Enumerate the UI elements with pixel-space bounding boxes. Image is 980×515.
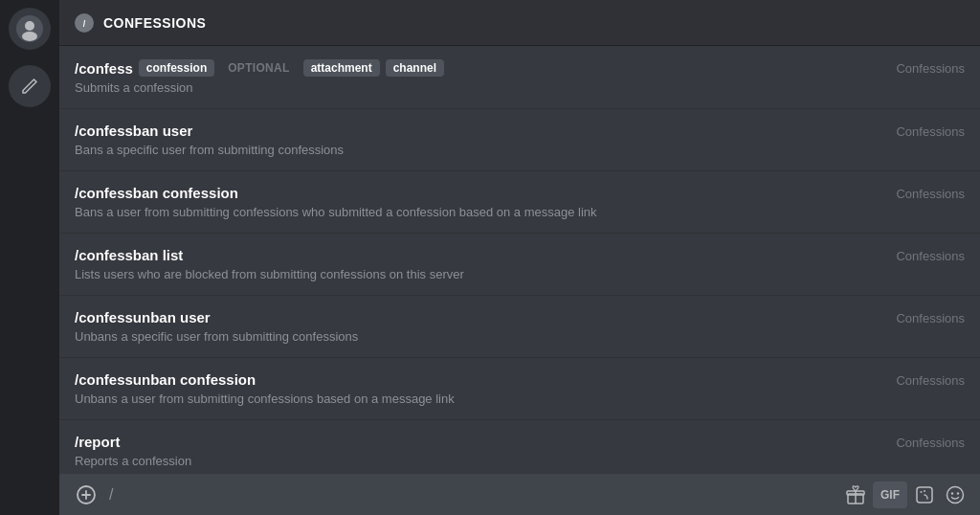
command-name-row: /confessban confession: [75, 185, 880, 201]
bottom-bar: / GIF: [59, 473, 980, 515]
sidebar: [0, 0, 59, 515]
command-left: /confessban listLists users who are bloc…: [75, 247, 880, 281]
command-app: Confessions: [896, 309, 965, 325]
gift-button[interactable]: [842, 481, 869, 508]
svg-point-14: [947, 486, 964, 503]
command-item[interactable]: /confessban confessionBans a user from s…: [59, 171, 980, 234]
command-app: Confessions: [896, 59, 965, 76]
server-avatar[interactable]: [9, 8, 51, 50]
emoji-button[interactable]: [942, 481, 969, 508]
command-left: /confessunban userUnbans a specific user…: [75, 309, 880, 344]
message-input-area[interactable]: /: [109, 486, 835, 504]
svg-point-12: [921, 491, 923, 493]
slash-prefix: /: [109, 486, 113, 504]
command-item[interactable]: /confessunban confessionUnbans a user fr…: [59, 358, 980, 420]
command-tag: attachment: [303, 59, 380, 77]
svg-point-16: [957, 492, 959, 494]
svg-point-15: [951, 492, 953, 494]
add-button[interactable]: [71, 480, 101, 510]
commands-list: /confessconfessionOPTIONALattachmentchan…: [59, 46, 980, 473]
command-name-row: /confessconfessionOPTIONALattachmentchan…: [75, 59, 880, 77]
bot-icon: /: [75, 13, 94, 33]
command-tag: OPTIONAL: [220, 59, 297, 77]
command-tag: channel: [386, 59, 444, 77]
main-content: / CONFESSIONS /confessconfessionOPTIONAL…: [59, 0, 980, 515]
command-left: /reportReports a confession: [75, 434, 880, 468]
command-item[interactable]: /confessban listLists users who are bloc…: [59, 234, 980, 296]
command-app: Confessions: [896, 247, 965, 263]
command-app: Confessions: [896, 123, 965, 139]
command-app: Confessions: [896, 371, 965, 388]
command-tag: confession: [139, 59, 214, 77]
edit-icon-button[interactable]: [9, 65, 51, 107]
command-name-row: /confessban user: [75, 123, 880, 139]
command-item[interactable]: /confessconfessionOPTIONALattachmentchan…: [59, 46, 980, 109]
command-item[interactable]: /confessunban userUnbans a specific user…: [59, 296, 980, 358]
gif-button[interactable]: GIF: [873, 481, 907, 508]
command-name: /confess: [75, 60, 133, 77]
bottom-right-icons: GIF: [842, 481, 969, 508]
header-title: CONFESSIONS: [103, 15, 206, 31]
command-description: Bans a specific user from submitting con…: [75, 143, 880, 157]
command-name: /confessban list: [75, 247, 183, 263]
command-app: Confessions: [896, 185, 965, 201]
command-item[interactable]: /reportReports a confessionConfessions: [59, 420, 980, 473]
command-app: Confessions: [896, 434, 965, 450]
command-name-row: /confessunban confession: [75, 371, 880, 388]
command-name: /confessban user: [75, 123, 192, 139]
command-name: /confessban confession: [75, 185, 238, 201]
svg-point-13: [924, 490, 925, 492]
command-name-row: /confessunban user: [75, 309, 880, 325]
command-description: Lists users who are blocked from submitt…: [75, 267, 880, 281]
command-left: /confessban confessionBans a user from s…: [75, 185, 880, 219]
sticker-button[interactable]: [911, 481, 938, 508]
command-name: /confessunban user: [75, 309, 211, 325]
command-description: Unbans a user from submitting confession…: [75, 392, 880, 406]
svg-point-2: [22, 32, 37, 41]
command-item[interactable]: /confessban userBans a specific user fro…: [59, 109, 980, 171]
command-description: Unbans a specific user from submitting c…: [75, 329, 880, 344]
command-left: /confessunban confessionUnbans a user fr…: [75, 371, 880, 406]
svg-point-1: [25, 21, 34, 31]
command-name: /confessunban confession: [75, 371, 256, 388]
command-left: /confessban userBans a specific user fro…: [75, 123, 880, 157]
command-description: Bans a user from submitting confessions …: [75, 205, 880, 219]
command-description: Reports a confession: [75, 454, 880, 468]
command-name: /report: [75, 434, 121, 450]
command-description: Submits a confession: [75, 80, 880, 95]
command-name-row: /confessban list: [75, 247, 880, 263]
header: / CONFESSIONS: [59, 0, 980, 46]
command-name-row: /report: [75, 434, 880, 450]
command-left: /confessconfessionOPTIONALattachmentchan…: [75, 59, 880, 95]
